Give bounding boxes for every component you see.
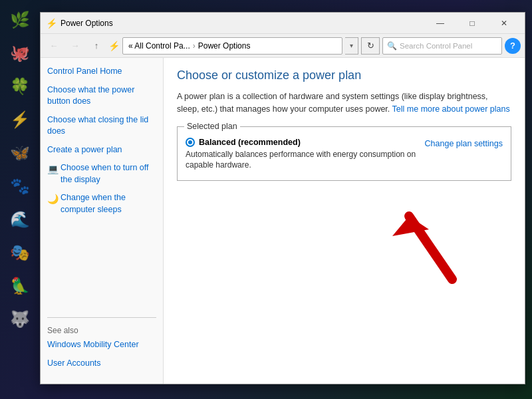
plan-name-text: Balanced (recommended): [199, 138, 301, 147]
content-area: Control Panel Home Choose what the power…: [41, 58, 525, 384]
description-link[interactable]: Tell me more about power plans: [392, 104, 510, 114]
window-icon-small: ⚡: [108, 41, 120, 51]
desktop-icon-7: 🌊: [7, 206, 33, 233]
sidebar-link-label: Change when the computer sleeps: [61, 192, 156, 215]
plan-row: Balanced (recommended) Automatically bal…: [186, 138, 503, 172]
path-separator: ›: [193, 41, 196, 51]
sidebar-link-label: Choose what closing the lid does: [47, 114, 156, 138]
sidebar-item-computer-sleeps[interactable]: 🌙 Change when the computer sleeps: [47, 192, 156, 215]
back-button[interactable]: ←: [45, 37, 63, 55]
desktop-icon-6: 🐾: [7, 173, 33, 200]
power-options-window: ⚡ Power Options — □ ✕ ← → ↑ ⚡ « All Cont…: [40, 12, 525, 384]
desktop-icon-1: 🌿: [7, 7, 33, 33]
see-also-section: See also Windows Mobility Center User Ac…: [47, 317, 156, 376]
monitor-icon: 💻: [47, 163, 58, 174]
desktop-icon-3: 🍀: [7, 73, 33, 100]
desktop-icon-9: 🦜: [7, 273, 33, 299]
desktop-icons-panel: 🌿 🐙 🍀 ⚡ 🦋 🐾 🌊 🎭 🦜 🐺: [0, 0, 40, 399]
refresh-button[interactable]: ↻: [361, 37, 380, 55]
sidebar: Control Panel Home Choose what the power…: [41, 58, 164, 384]
plan-name: Balanced (recommended): [186, 138, 417, 147]
sidebar-item-control-panel-home[interactable]: Control Panel Home: [47, 66, 156, 78]
desktop-icon-8: 🎭: [7, 239, 33, 266]
sidebar-item-user-accounts[interactable]: User Accounts: [47, 358, 156, 370]
desktop-icon-2: 🐙: [7, 40, 33, 66]
desktop-icon-4: ⚡: [7, 106, 33, 133]
see-also-label: See also: [47, 326, 156, 335]
sidebar-item-closing-lid[interactable]: Choose what closing the lid does: [47, 114, 156, 138]
desktop-icon-10: 🐺: [7, 306, 33, 332]
search-placeholder: Search Control Panel: [400, 42, 472, 50]
address-dropdown[interactable]: ▾: [345, 37, 358, 55]
path-part2: Power Options: [198, 41, 251, 51]
window-controls: — □ ✕: [425, 13, 519, 34]
window-icon: ⚡: [46, 18, 57, 29]
selected-plan-section: Selected plan Balanced (recommended) Aut…: [177, 126, 511, 182]
help-button[interactable]: ?: [505, 38, 521, 54]
search-box[interactable]: 🔍 Search Control Panel: [382, 37, 502, 55]
minimize-button[interactable]: —: [425, 13, 456, 34]
sidebar-link-label: Choose what the power button does: [47, 84, 156, 108]
maximize-button[interactable]: □: [457, 13, 487, 34]
sidebar-link-label: User Accounts: [47, 358, 101, 370]
plan-radio[interactable]: [186, 138, 195, 147]
main-panel: Choose or customize a power plan A power…: [164, 58, 525, 384]
section-legend: Selected plan: [184, 122, 240, 131]
close-button[interactable]: ✕: [489, 13, 519, 34]
address-path[interactable]: « All Control Pa... › Power Options: [122, 37, 342, 55]
desktop-icon-5: 🦋: [7, 140, 33, 166]
page-title: Choose or customize a power plan: [177, 68, 511, 82]
sidebar-item-turn-off-display[interactable]: 💻 Choose when to turn off the display: [47, 162, 156, 186]
plan-radio-inner: [188, 140, 192, 144]
sidebar-link-label: Windows Mobility Center: [47, 339, 139, 351]
plan-info: Balanced (recommended) Automatically bal…: [186, 138, 417, 172]
window-title: Power Options: [61, 19, 425, 28]
path-part1: « All Control Pa...: [128, 41, 190, 51]
sidebar-link-label: Control Panel Home: [47, 66, 122, 78]
search-icon: 🔍: [387, 41, 397, 51]
sidebar-item-mobility-center[interactable]: Windows Mobility Center: [47, 339, 156, 351]
sleep-icon: 🌙: [47, 193, 58, 203]
sidebar-item-create-plan[interactable]: Create a power plan: [47, 144, 156, 156]
plan-description: Automatically balances performance with …: [186, 149, 417, 172]
sidebar-link-label: Create a power plan: [47, 144, 122, 156]
change-plan-settings-link[interactable]: Change plan settings: [425, 138, 503, 150]
sidebar-item-power-button[interactable]: Choose what the power button does: [47, 84, 156, 108]
up-button[interactable]: ↑: [87, 37, 106, 55]
page-description: A power plan is a collection of hardware…: [177, 90, 511, 116]
title-bar: ⚡ Power Options — □ ✕: [41, 13, 525, 34]
sidebar-link-label: Choose when to turn off the display: [61, 162, 156, 186]
forward-button[interactable]: →: [66, 37, 84, 55]
address-bar: ← → ↑ ⚡ « All Control Pa... › Power Opti…: [41, 34, 525, 58]
